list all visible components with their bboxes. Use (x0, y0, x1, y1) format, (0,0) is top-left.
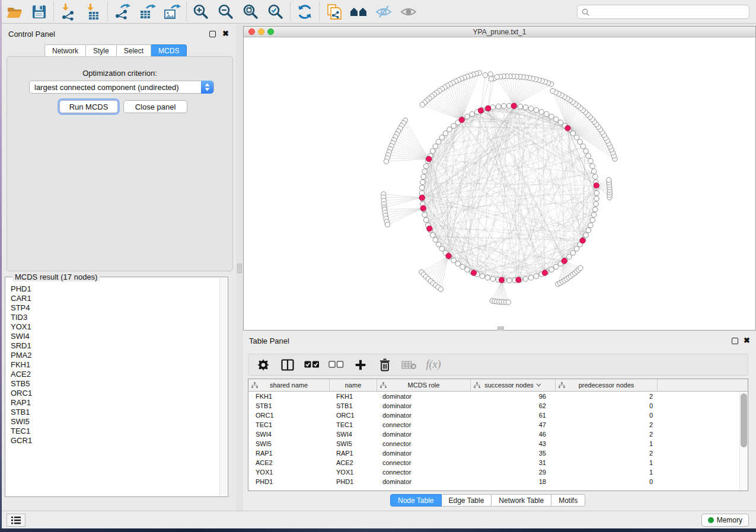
network-node[interactable] (570, 251, 576, 256)
refresh-button[interactable] (292, 2, 317, 22)
mcds-result-item[interactable]: ACE2 (6, 370, 219, 379)
network-node[interactable] (578, 265, 583, 270)
network-node[interactable] (430, 233, 435, 238)
network-node[interactable] (574, 135, 579, 140)
network-node[interactable] (420, 102, 425, 107)
task-history-button[interactable] (7, 514, 25, 527)
mcds-node[interactable] (580, 238, 585, 243)
table-row[interactable]: TEC1TEC1connector472 (248, 420, 739, 430)
network-node[interactable] (455, 261, 461, 267)
network-node[interactable] (439, 135, 445, 140)
delete-table-button[interactable] (401, 357, 417, 373)
close-icon[interactable]: ✖ (744, 337, 750, 344)
mcds-node[interactable] (511, 103, 516, 108)
table-settings-button[interactable] (256, 357, 271, 373)
table-row[interactable]: SWI5SWI5connector431 (248, 439, 739, 448)
network-node[interactable] (528, 106, 534, 111)
mcds-result-item[interactable]: STB5 (6, 379, 219, 389)
network-node[interactable] (590, 217, 595, 223)
table-row[interactable]: SWI4SWI4dominator462 (248, 430, 739, 439)
network-node[interactable] (588, 158, 594, 164)
network-node[interactable] (480, 274, 485, 279)
close-panel-button[interactable]: Close panel (123, 100, 187, 113)
optimization-criterion-select[interactable]: largest connected component (undirected) (29, 81, 214, 94)
network-node[interactable] (558, 120, 563, 125)
table-row[interactable]: STB1STB1dominator620 (248, 401, 739, 411)
tab-mcds[interactable]: MCDS (151, 44, 187, 57)
network-node[interactable] (570, 131, 576, 136)
network-node[interactable] (423, 217, 429, 223)
network-node[interactable] (470, 111, 475, 117)
network-node[interactable] (451, 123, 457, 129)
network-node[interactable] (433, 144, 438, 149)
tab-motifs[interactable]: Motifs (551, 494, 585, 507)
table-row[interactable]: PHD1PHD1dominator180 (248, 477, 739, 486)
function-builder-button[interactable]: f(x) (426, 357, 441, 373)
network-node[interactable] (588, 223, 594, 228)
network-node[interactable] (594, 201, 599, 207)
search-input[interactable] (589, 8, 749, 16)
table-row[interactable]: RAP1RAP1dominator352 (248, 448, 739, 458)
network-node[interactable] (496, 104, 501, 109)
mcds-result-item[interactable]: SWI4 (6, 332, 219, 341)
network-node[interactable] (420, 185, 425, 190)
mcds-result-scrollbar[interactable] (219, 278, 227, 496)
zoom-in-button[interactable] (189, 2, 213, 22)
network-node[interactable] (594, 196, 599, 201)
mcds-node[interactable] (427, 226, 432, 231)
network-node[interactable] (490, 105, 496, 110)
network-node[interactable] (523, 276, 528, 281)
open-file-button[interactable] (2, 2, 27, 22)
network-node[interactable] (421, 174, 426, 180)
show-all-button[interactable] (396, 2, 421, 22)
import-network-button[interactable] (56, 2, 81, 22)
network-window-titlebar[interactable]: YPA_prune.txt_1 (244, 27, 755, 37)
network-node[interactable] (423, 164, 429, 169)
tab-select[interactable]: Select (117, 44, 151, 57)
network-node[interactable] (554, 264, 559, 270)
zoom-selected-button[interactable] (263, 2, 288, 22)
export-table-button[interactable] (135, 2, 160, 22)
network-node[interactable] (485, 275, 490, 280)
network-node[interactable] (544, 111, 549, 117)
network-node[interactable] (591, 212, 596, 217)
mcds-node[interactable] (516, 277, 521, 283)
network-node[interactable] (420, 180, 425, 185)
network-node[interactable] (488, 72, 493, 76)
network-node[interactable] (443, 131, 448, 136)
save-session-button[interactable] (27, 2, 52, 22)
network-node[interactable] (518, 104, 523, 109)
memory-button[interactable]: Memory (701, 514, 749, 527)
mcds-node[interactable] (426, 156, 432, 162)
network-node[interactable] (592, 174, 598, 180)
column-header-mcds-role[interactable]: MCDS role (377, 379, 471, 391)
column-header-shared-name[interactable]: shared name (248, 379, 330, 391)
table-scrollbar[interactable] (739, 392, 748, 491)
mcds-result-item[interactable]: SWI5 (6, 417, 219, 427)
table-row[interactable]: ORC1ORC1dominator610 (248, 411, 739, 420)
delete-columns-button[interactable] (377, 357, 393, 373)
network-node[interactable] (465, 267, 470, 273)
network-node[interactable] (436, 242, 441, 247)
mcds-result-item[interactable]: PHD1 (6, 284, 219, 294)
network-node[interactable] (465, 114, 470, 119)
table-scrollbar-thumb[interactable] (741, 393, 747, 447)
tab-edge-table[interactable]: Edge Table (442, 494, 492, 507)
tab-style[interactable]: Style (86, 44, 117, 57)
network-node[interactable] (489, 76, 493, 81)
mcds-result-item[interactable]: YOX1 (6, 322, 219, 332)
mcds-node[interactable] (565, 126, 570, 131)
network-node[interactable] (451, 258, 457, 263)
network-node[interactable] (586, 153, 591, 159)
mcds-node[interactable] (419, 195, 425, 200)
network-node[interactable] (495, 75, 499, 79)
table-row[interactable]: ACE2ACE2connector311 (248, 458, 739, 467)
network-node[interactable] (438, 287, 443, 291)
mcds-result-item[interactable]: RAP1 (6, 398, 219, 408)
network-node[interactable] (586, 227, 591, 233)
mcds-result-item[interactable]: PMA2 (6, 351, 219, 360)
network-canvas[interactable] (244, 37, 755, 330)
table-row[interactable]: YOX1YOX1connector291 (248, 467, 739, 477)
network-node[interactable] (528, 275, 534, 280)
column-header-successor-nodes[interactable]: successor nodes (471, 379, 556, 391)
